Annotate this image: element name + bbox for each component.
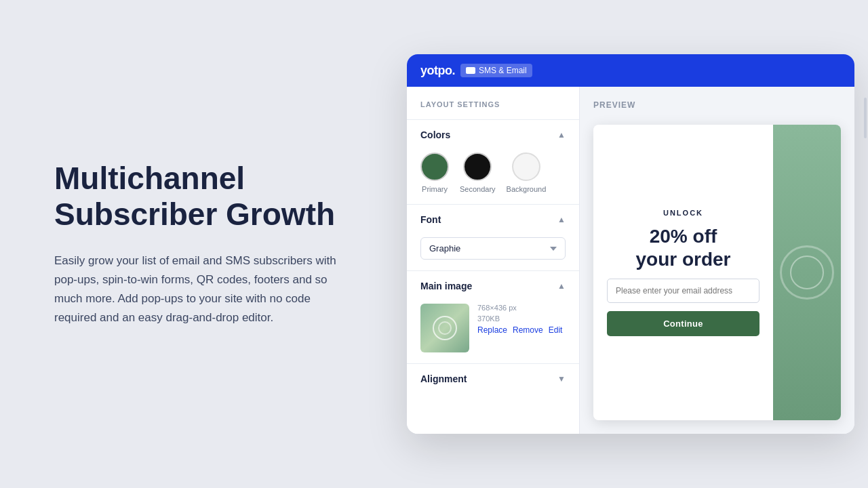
alignment-section: Alignment ▼	[407, 363, 579, 394]
remove-image-link[interactable]: Remove	[513, 325, 543, 335]
background-color-swatch[interactable]	[512, 152, 540, 181]
replace-image-link[interactable]: Replace	[477, 325, 507, 335]
font-section: Font ▲ Graphie Arial Helvetica Georgia R…	[407, 204, 579, 270]
edit-image-link[interactable]: Edit	[549, 325, 563, 335]
main-image-section: Main image ▲ 768×436 px	[407, 270, 579, 363]
popup-image-side	[773, 125, 841, 420]
image-dims: 768×436 px	[477, 304, 562, 312]
font-section-title: Font	[420, 214, 441, 225]
secondary-color-label: Secondary	[460, 185, 496, 193]
image-thumb-inner-circle	[438, 321, 452, 335]
colors-section: Colors ▲ Primary Secondary	[407, 119, 579, 204]
font-section-content: Graphie Arial Helvetica Georgia Roboto	[407, 235, 579, 270]
main-image-section-title: Main image	[420, 281, 472, 291]
secondary-color-item: Secondary	[460, 152, 496, 193]
popup-image-ornament-inner	[790, 256, 824, 289]
popup-image-ornament	[780, 245, 834, 300]
popup-discount-text: 20% offyour order	[635, 225, 730, 270]
colors-section-title: Colors	[420, 129, 450, 140]
app-window: yotpo. SMS & Email LAYOUT SETTINGS Color…	[407, 54, 854, 434]
main-image-chevron-icon: ▲	[557, 281, 566, 291]
popup-email-input[interactable]	[607, 279, 760, 303]
settings-panel: LAYOUT SETTINGS Colors ▲ Primary	[407, 87, 580, 434]
yotpo-wordmark: yotpo.	[420, 64, 455, 78]
preview-label: PREVIEW	[593, 100, 635, 110]
colors-row: Primary Secondary Background	[420, 152, 566, 193]
background-color-label: Background	[507, 185, 547, 193]
colors-section-content: Primary Secondary Background	[407, 150, 579, 204]
alignment-chevron-icon: ▼	[557, 374, 566, 384]
image-thumb-inner	[420, 304, 469, 352]
primary-color-item: Primary	[420, 152, 449, 193]
app-body: LAYOUT SETTINGS Colors ▲ Primary	[407, 87, 854, 434]
alignment-section-header[interactable]: Alignment ▼	[407, 364, 579, 394]
font-chevron-icon: ▲	[557, 215, 566, 224]
hero-description: Easily grow your list of email and SMS s…	[54, 251, 339, 327]
main-image-section-header[interactable]: Main image ▲	[407, 271, 579, 301]
background-color-item: Background	[507, 152, 547, 193]
popup-unlock-text: UNLOCK	[663, 209, 703, 217]
colors-chevron-icon: ▲	[557, 130, 566, 140]
email-icon	[466, 67, 475, 74]
popup-continue-button[interactable]: Continue	[607, 311, 760, 336]
app-topbar: yotpo. SMS & Email	[407, 54, 854, 87]
image-section-content: 768×436 px 370KB Replace Remove Edit	[407, 301, 579, 363]
font-section-header[interactable]: Font ▲	[407, 205, 579, 235]
yotpo-logo: yotpo. SMS & Email	[420, 64, 532, 78]
secondary-color-swatch[interactable]	[463, 152, 492, 181]
sms-badge: SMS & Email	[460, 64, 532, 77]
left-panel: Multichannel Subscriber Growth Easily gr…	[0, 120, 380, 368]
primary-color-label: Primary	[422, 185, 448, 193]
image-thumb-circle	[433, 316, 457, 340]
layout-settings-title: LAYOUT SETTINGS	[407, 100, 579, 119]
preview-panel: PREVIEW UNLOCK 20% offyour order Continu…	[580, 87, 854, 434]
font-select[interactable]: Graphie Arial Helvetica Georgia Roboto	[420, 237, 566, 260]
alignment-section-title: Alignment	[420, 373, 467, 384]
popup-content: UNLOCK 20% offyour order Continue	[593, 125, 773, 420]
sms-badge-text: SMS & Email	[479, 66, 527, 75]
image-info: 768×436 px 370KB Replace Remove Edit	[477, 304, 562, 335]
image-thumbnail	[420, 304, 469, 352]
right-panel: yotpo. SMS & Email LAYOUT SETTINGS Color…	[380, 41, 868, 447]
popup-preview: UNLOCK 20% offyour order Continue	[593, 125, 841, 420]
hero-title: Multichannel Subscriber Growth	[54, 161, 339, 232]
image-size: 370KB	[477, 314, 562, 323]
image-actions: Replace Remove Edit	[477, 325, 562, 335]
primary-color-swatch[interactable]	[420, 152, 449, 181]
colors-section-header[interactable]: Colors ▲	[407, 120, 579, 150]
